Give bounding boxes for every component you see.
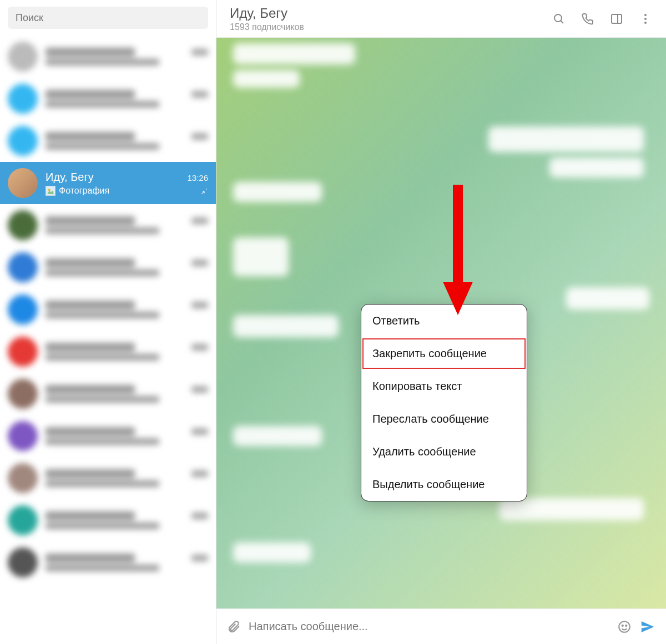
chat-list-item[interactable]: xxx	[0, 331, 216, 373]
ctx-forward[interactable]: Переслать сообщение	[361, 403, 527, 435]
chat-list-item[interactable]: xxx	[0, 246, 216, 288]
ctx-delete[interactable]: Удалить сообщение	[361, 435, 527, 468]
ctx-reply[interactable]: Ответить	[361, 305, 527, 337]
photo-icon	[46, 186, 56, 196]
call-icon[interactable]	[581, 12, 595, 26]
chat-list-item[interactable]: xxx	[0, 204, 216, 246]
app-root: xxx xxx xxx Иду, Бегу 13:26 Фотография	[0, 0, 666, 644]
context-menu: Ответить Закрепить сообщение Копировать …	[361, 304, 527, 501]
chat-list-item[interactable]: xxx	[0, 36, 216, 78]
chat-list-item[interactable]: xxx	[0, 120, 216, 162]
sidebar: xxx xxx xxx Иду, Бегу 13:26 Фотография	[0, 0, 216, 644]
chat-main: Иду, Бегу 1593 подписчиков	[216, 0, 666, 644]
chat-list-item[interactable]: xxx	[0, 78, 216, 120]
chat-name: Иду, Бегу	[46, 171, 94, 184]
sidepanel-icon[interactable]	[609, 12, 624, 26]
chat-header: Иду, Бегу 1593 подписчиков	[216, 0, 666, 38]
chat-list-item[interactable]: xxx	[0, 415, 216, 457]
svg-point-0	[554, 14, 562, 22]
chat-list-item[interactable]: xxx	[0, 373, 216, 415]
chat-preview: Фотография	[46, 186, 109, 196]
chat-list-item[interactable]: xxx	[0, 541, 216, 584]
attach-icon[interactable]	[226, 620, 241, 634]
chat-list-item-active[interactable]: Иду, Бегу 13:26 Фотография	[0, 162, 216, 204]
ctx-select[interactable]: Выделить сообщение	[361, 468, 527, 501]
more-icon[interactable]	[638, 12, 653, 26]
emoji-icon[interactable]	[617, 620, 632, 634]
ctx-pin-message[interactable]: Закрепить сообщение	[361, 337, 527, 370]
chat-title[interactable]: Иду, Бегу	[230, 6, 545, 21]
chat-list-item[interactable]: xxx	[0, 288, 216, 331]
search-icon[interactable]	[552, 12, 566, 26]
ctx-copy-text[interactable]: Копировать текст	[361, 370, 527, 403]
svg-point-4	[644, 14, 647, 16]
svg-point-9	[619, 621, 630, 632]
svg-point-5	[644, 18, 647, 20]
search-bar	[0, 0, 216, 36]
chat-list-item[interactable]: xxx	[0, 457, 216, 499]
chat-area[interactable]: Ответить Закрепить сообщение Копировать …	[216, 38, 666, 608]
pin-icon	[199, 186, 208, 195]
chat-subscribers: 1593 подписчиков	[230, 22, 545, 32]
message-composer	[216, 608, 666, 644]
annotation-arrow-icon	[438, 185, 477, 318]
svg-line-1	[561, 21, 563, 23]
chat-list-item[interactable]: xxx	[0, 499, 216, 541]
svg-rect-2	[612, 14, 622, 23]
svg-point-6	[644, 22, 647, 24]
chat-preview-text: Фотография	[59, 186, 109, 196]
svg-point-11	[625, 625, 627, 626]
avatar	[8, 168, 38, 198]
send-icon[interactable]	[639, 618, 656, 635]
chat-time: 13:26	[187, 173, 208, 182]
chat-list[interactable]: xxx xxx xxx Иду, Бегу 13:26 Фотография	[0, 36, 216, 644]
message-input[interactable]	[249, 620, 609, 633]
svg-point-10	[622, 625, 623, 626]
search-input[interactable]	[8, 7, 208, 29]
